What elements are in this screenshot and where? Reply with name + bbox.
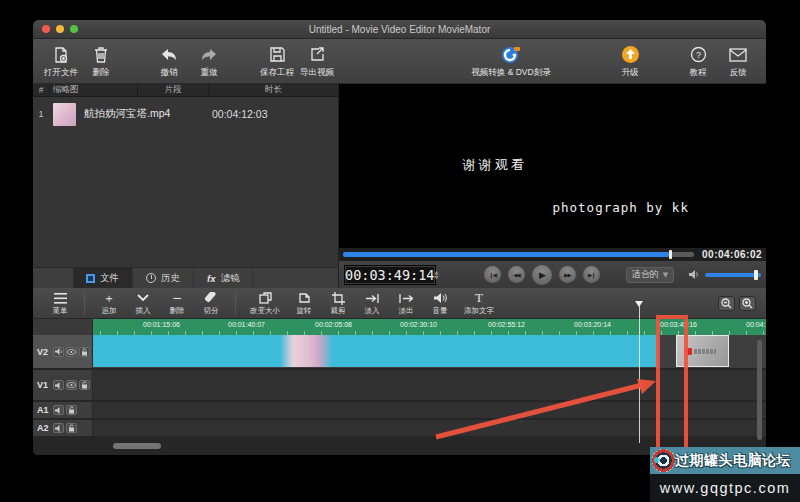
save-icon (269, 44, 286, 66)
seek-bar-handle[interactable] (669, 250, 672, 259)
upgrade-button[interactable]: 升级 (610, 40, 650, 82)
minus-icon: − (172, 291, 182, 306)
volume-slider-handle[interactable] (754, 270, 758, 280)
main-row: # 缩略图 片段 时长 1 航拍妫河宝塔.mp4 00:04:12:03 (33, 84, 766, 288)
blade-icon (204, 291, 218, 306)
rewind-button[interactable]: ◀◀ (508, 266, 525, 283)
tab-files[interactable]: 文件 (73, 268, 133, 288)
timeline-delete-button[interactable]: − 删除 (160, 288, 194, 318)
append-button[interactable]: ＋ 追加 (92, 288, 126, 318)
eye-icon[interactable] (66, 380, 77, 390)
playhead-marker[interactable] (635, 301, 643, 307)
file-panel: # 缩略图 片段 时长 1 航拍妫河宝塔.mp4 00:04:12:03 (33, 84, 339, 288)
timeline-zoom-in-button[interactable] (739, 296, 756, 311)
track-name: A2 (37, 423, 51, 433)
tab-filters-label: 滤镜 (220, 272, 239, 285)
video-convert-button[interactable]: 视频转换 & DVD刻录 (468, 40, 554, 82)
timecode-spinner[interactable]: ▲▼ (434, 270, 438, 280)
file-row[interactable]: 1 航拍妫河宝塔.mp4 00:04:12:03 (33, 97, 338, 131)
rotate-label: 旋转 (297, 306, 312, 316)
lock-icon[interactable] (66, 423, 77, 433)
watermark-url: www.gqgtpc.com (660, 480, 791, 496)
close-window-button[interactable] (42, 25, 50, 33)
zoom-mode-dropdown[interactable]: 适合的 ▼ (626, 267, 674, 283)
seek-row: 00:04:06:02 (339, 248, 766, 261)
camera-lens-logo-icon (652, 449, 675, 472)
tab-filters[interactable]: fx 滤镜 (194, 268, 253, 288)
tab-history[interactable]: 历史 (133, 268, 194, 288)
mute-icon[interactable] (53, 380, 64, 390)
insert-button[interactable]: 插入 (126, 288, 160, 318)
split-button[interactable]: 切分 (194, 288, 228, 318)
undo-button[interactable]: 撤销 (149, 40, 189, 82)
col-duration[interactable]: 时长 (208, 84, 338, 96)
zoom-window-button[interactable] (70, 25, 78, 33)
save-project-button[interactable]: 保存工程 (257, 40, 297, 82)
crop-button[interactable]: 裁剪 (321, 288, 355, 318)
video-convert-icon (501, 44, 521, 66)
redo-label: 重做 (201, 67, 218, 79)
skip-start-button[interactable]: ❙◀ (484, 266, 501, 283)
delete-button[interactable]: 删除 (81, 40, 121, 82)
track-name: V2 (37, 347, 51, 357)
fast-forward-button[interactable]: ▶▶ (559, 266, 576, 283)
timeline-zoom-out-button[interactable] (718, 296, 735, 311)
trash-icon (93, 44, 109, 66)
menu-label: 菜单 (53, 306, 68, 316)
window-title: Untitled - Movie Video Editor MovieMator (309, 24, 491, 35)
feedback-button[interactable]: 反馈 (718, 40, 758, 82)
mute-icon[interactable] (53, 347, 64, 357)
open-file-button[interactable]: 打开文件 (41, 40, 81, 82)
redo-button[interactable]: 重做 (189, 40, 229, 82)
resize-button[interactable]: 改变大小 (243, 288, 287, 318)
video-overlay-credit: photograph by kk (553, 200, 689, 215)
col-num[interactable]: # (33, 85, 49, 95)
timecode-value: 00:03:49:14 (345, 267, 434, 283)
clip-thumbnail-text (694, 349, 716, 354)
track-a1-header[interactable]: A1 (33, 402, 93, 418)
fade-in-button[interactable]: 淡入 (355, 288, 389, 318)
seek-bar[interactable] (343, 252, 694, 257)
crop-label: 裁剪 (331, 306, 346, 316)
lock-icon[interactable] (79, 380, 90, 390)
title-bar[interactable]: Untitled - Movie Video Editor MovieMator (33, 20, 766, 39)
transport-controls: 00:03:49:14 ▲▼ ❙◀ ◀◀ ▶ ▶▶ ▶❙ 适合的 ▼ (339, 261, 766, 288)
volume-button[interactable]: 音量 (423, 288, 457, 318)
volume-slider[interactable] (705, 273, 761, 277)
lock-icon[interactable] (79, 347, 90, 357)
col-clip[interactable]: 片段 (137, 84, 208, 96)
export-video-button[interactable]: 导出视频 (297, 40, 337, 82)
lock-icon[interactable] (66, 405, 77, 415)
video-overlay-title: 谢谢观看 (463, 156, 527, 174)
track-v1-header[interactable]: V1 (33, 370, 93, 400)
rotate-icon (298, 291, 311, 306)
export-video-label: 导出视频 (300, 67, 334, 79)
video-viewer[interactable]: 谢谢观看 photograph by kk (339, 84, 766, 248)
file-list: 1 航拍妫河宝塔.mp4 00:04:12:03 (33, 97, 338, 267)
ruler-label: 00:03:20:14 (574, 321, 611, 328)
vertical-scrollbar[interactable] (757, 340, 762, 440)
playhead-line[interactable] (639, 302, 640, 443)
rotate-button[interactable]: 旋转 (287, 288, 321, 318)
col-thumbnail[interactable]: 缩略图 (49, 84, 137, 96)
insert-label: 插入 (136, 306, 151, 316)
video-clip[interactable] (93, 335, 658, 367)
track-v2-header[interactable]: V2 (33, 335, 93, 368)
mute-icon[interactable] (53, 423, 64, 433)
mail-icon (729, 44, 747, 66)
menu-button[interactable]: 菜单 (43, 288, 77, 318)
horizontal-scrollbar[interactable] (113, 443, 161, 449)
watermark-banner: 过期罐头电脑论坛 (650, 447, 800, 474)
timecode-box[interactable]: 00:03:49:14 ▲▼ (344, 265, 436, 285)
video-convert-label: 视频转换 & DVD刻录 (471, 67, 550, 79)
tutorial-button[interactable]: ? 教程 (678, 40, 718, 82)
minimize-window-button[interactable] (56, 25, 64, 33)
fade-out-button[interactable]: 淡出 (389, 288, 423, 318)
mute-icon[interactable] (53, 405, 64, 415)
eye-icon[interactable] (66, 347, 77, 357)
zoom-mode-value: 适合的 (632, 268, 659, 281)
add-text-button[interactable]: T 添加文字 (457, 288, 501, 318)
play-button[interactable]: ▶ (532, 265, 552, 285)
skip-end-button[interactable]: ▶❙ (583, 266, 600, 283)
track-a2-header[interactable]: A2 (33, 420, 93, 436)
